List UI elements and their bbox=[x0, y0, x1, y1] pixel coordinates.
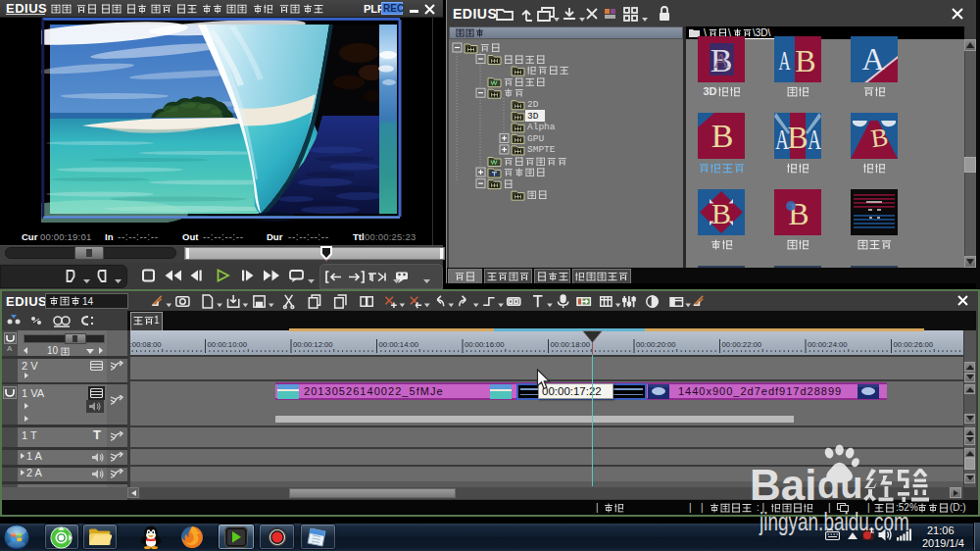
svg-text:00:00:14:00: 00:00:14:00 bbox=[379, 340, 419, 349]
svg-text:00:00:08:00: 00:00:08:00 bbox=[130, 340, 162, 349]
svg-text:A: A bbox=[861, 41, 884, 76]
svg-text:00:00:16:00: 00:00:16:00 bbox=[465, 340, 505, 349]
svg-text:Bai: Bai bbox=[750, 461, 816, 509]
svg-text:du: du bbox=[817, 465, 862, 506]
svg-text:A: A bbox=[713, 48, 729, 73]
svg-text:B: B bbox=[795, 43, 815, 78]
svg-text:B: B bbox=[787, 120, 808, 155]
svg-text:00:00:12:00: 00:00:12:00 bbox=[293, 340, 333, 349]
svg-text:jingyan.baidu.com: jingyan.baidu.com bbox=[759, 507, 909, 536]
svg-text:00:00:10:00: 00:00:10:00 bbox=[208, 340, 248, 349]
svg-text:B: B bbox=[711, 197, 731, 229]
svg-text:A: A bbox=[778, 46, 791, 75]
svg-text:B: B bbox=[711, 118, 734, 154]
svg-text:00:00:20:00: 00:00:20:00 bbox=[636, 340, 676, 349]
svg-text:00:00:22:00: 00:00:22:00 bbox=[722, 340, 762, 349]
svg-text:00:00:24:00: 00:00:24:00 bbox=[808, 340, 848, 349]
svg-text:00:00:26:00: 00:00:26:00 bbox=[894, 340, 934, 349]
svg-text:A: A bbox=[808, 124, 821, 155]
